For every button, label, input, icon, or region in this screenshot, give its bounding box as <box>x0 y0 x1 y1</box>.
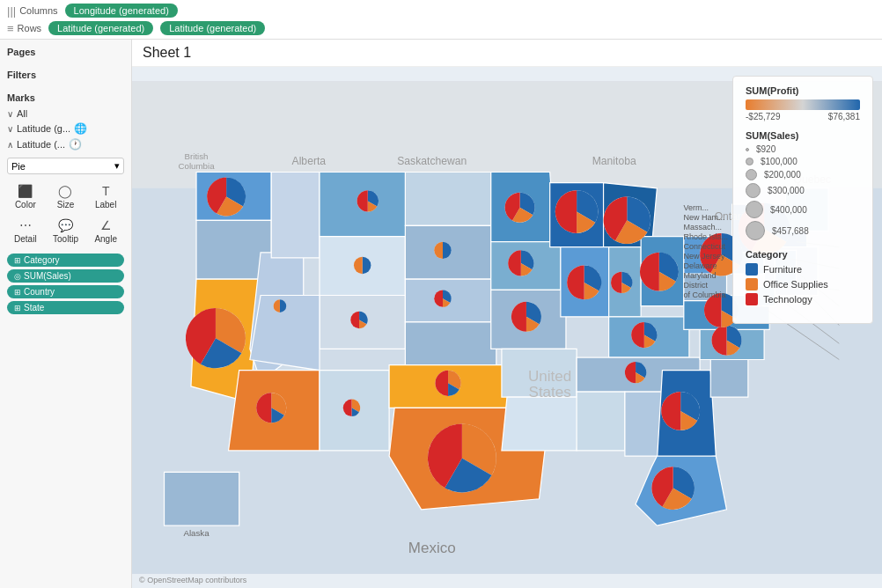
pie-label: Pie <box>11 161 26 172</box>
all-row[interactable]: ∨ All <box>7 108 124 119</box>
pages-section: Pages <box>7 47 124 59</box>
columns-row: ||| Columns Longitude (generated) <box>7 4 875 18</box>
svg-text:British: British <box>185 151 209 161</box>
category-legend: Category Furniture Office Supplies Te <box>746 249 860 305</box>
lat1-chevron: ∨ <box>7 124 13 134</box>
category-field[interactable]: ⊞ Category <box>7 254 124 267</box>
filters-section: Filters <box>7 70 124 82</box>
furniture-label: Furniture <box>763 264 802 275</box>
detail-button[interactable]: ⋯ Detail <box>7 216 44 246</box>
lat2-chevron: ∧ <box>7 140 13 150</box>
sales-legend: SUM(Sales) $920 $100,000 $200,000 <box>746 130 860 240</box>
color-button[interactable]: ⬛ Color <box>7 181 44 212</box>
category-label: Category <box>24 255 60 265</box>
svg-text:Alberta: Alberta <box>292 155 327 167</box>
dropdown-arrow: ▾ <box>114 160 120 172</box>
longitude-pill[interactable]: Longitude (generated) <box>65 4 178 18</box>
country-field[interactable]: ⊞ Country <box>7 285 124 298</box>
detail-label: Detail <box>14 234 37 244</box>
nj-label: New Jersey <box>683 252 728 261</box>
globe-icon: 🌐 <box>74 122 87 135</box>
size-label: Size <box>57 200 74 209</box>
sidebar: Pages Filters Marks ∨ All ∨ Latitude (g.… <box>0 40 132 588</box>
size-row-0: $920 <box>746 144 860 154</box>
content-area: Sheet 1 <box>132 40 882 588</box>
svg-text:Alaska: Alaska <box>183 528 209 538</box>
angle-icon: ∠ <box>100 218 112 232</box>
category-icon: ⊞ <box>14 256 21 265</box>
size-circle-2 <box>746 169 757 180</box>
all-label: All <box>17 108 27 119</box>
size-val-0: $920 <box>756 144 775 154</box>
size-icon: ◯ <box>58 184 72 198</box>
technology-swatch <box>746 293 758 305</box>
svg-marker-35 <box>710 357 748 397</box>
size-val-2: $200,000 <box>764 170 801 180</box>
ne-state-labels: Verm... New Ham... Massach... Rhode Isla… <box>683 203 728 299</box>
color-label: Color <box>15 200 36 209</box>
size-circle-4 <box>746 201 763 218</box>
size-row-4: $400,000 <box>746 201 860 218</box>
sales-icon: ◎ <box>14 272 21 281</box>
tooltip-icon: 💬 <box>58 218 73 232</box>
size-row-3: $300,000 <box>746 183 860 198</box>
rows-label: ≡ Rows <box>7 22 41 35</box>
latitude-pill-2[interactable]: Latitude (generated) <box>160 21 265 35</box>
size-legend: $920 $100,000 $200,000 $300,000 <box>746 144 860 240</box>
latitude-pill-1[interactable]: Latitude (generated) <box>48 21 153 35</box>
profit-max: $76,381 <box>828 112 860 121</box>
label-button[interactable]: T Label <box>87 181 124 212</box>
size-circle-0 <box>746 148 749 151</box>
size-button[interactable]: ◯ Size <box>48 181 85 212</box>
lat1-row[interactable]: ∨ Latitude (g... 🌐 <box>7 122 124 135</box>
state-field[interactable]: ⊞ State <box>7 301 124 314</box>
cat-furniture[interactable]: Furniture <box>746 263 860 276</box>
marks-fields: ⊞ Category ◎ SUM(Sales) ⊞ Country ⊞ Stat… <box>7 254 124 314</box>
country-icon: ⊞ <box>14 288 21 297</box>
pages-title: Pages <box>7 47 124 57</box>
tooltip-button[interactable]: 💬 Tooltip <box>48 216 85 246</box>
angle-button[interactable]: ∠ Angle <box>87 216 124 246</box>
rows-icon: ≡ <box>7 22 14 35</box>
size-val-5: $457,688 <box>772 226 809 236</box>
rows-row: ≡ Rows Latitude (generated) Latitude (ge… <box>7 21 875 35</box>
filters-title: Filters <box>7 70 124 80</box>
top-bar: ||| Columns Longitude (generated) ≡ Rows… <box>0 0 882 40</box>
columns-icon: ||| <box>7 4 16 18</box>
marks-type-select[interactable]: Pie ▾ <box>7 158 124 174</box>
technology-label: Technology <box>763 294 812 305</box>
legend-panel: SUM(Profit) -$25,729 $76,381 SUM(Sales) … <box>732 76 873 324</box>
size-circle-1 <box>746 158 753 165</box>
sales-label: SUM(Sales) <box>24 271 71 281</box>
size-circle-3 <box>746 183 761 198</box>
sales-field[interactable]: ◎ SUM(Sales) <box>7 269 124 283</box>
state-icon: ⊞ <box>14 304 21 312</box>
clock-icon: 🕐 <box>69 138 82 151</box>
svg-marker-31 <box>577 392 625 451</box>
dc-label: District <box>683 281 728 290</box>
country-label: Country <box>24 287 55 297</box>
svg-text:Manitoba: Manitoba <box>592 155 636 167</box>
cat-technology[interactable]: Technology <box>746 293 860 305</box>
columns-label: ||| Columns <box>7 4 58 18</box>
cat-legend: Furniture Office Supplies Technology <box>746 263 860 305</box>
marks-section: Marks ∨ All ∨ Latitude (g... 🌐 ∧ Latitud… <box>7 92 124 314</box>
office-label: Office Supplies <box>763 279 828 290</box>
marks-title: Marks <box>7 92 124 103</box>
all-chevron: ∨ <box>7 109 13 119</box>
size-row-5: $457,688 <box>746 221 860 240</box>
marks-type-row: Pie ▾ <box>7 158 124 174</box>
profit-range: -$25,729 $76,381 <box>746 112 860 121</box>
md-label: Maryland <box>683 271 728 280</box>
label-label: Label <box>95 200 116 209</box>
angle-label: Angle <box>94 234 117 244</box>
tooltip-label: Tooltip <box>53 234 78 244</box>
map-container[interactable]: Mexico United States Saskatchewan Manito… <box>132 67 882 588</box>
lat2-row[interactable]: ∧ Latitude (... 🕐 <box>7 138 124 151</box>
lat2-label: Latitude (... <box>17 139 65 150</box>
detail-icon: ⋯ <box>19 218 32 232</box>
size-row-2: $200,000 <box>746 169 860 180</box>
svg-text:Columbia: Columbia <box>178 161 215 171</box>
cat-office[interactable]: Office Supplies <box>746 278 860 290</box>
label-icon: T <box>102 184 110 198</box>
